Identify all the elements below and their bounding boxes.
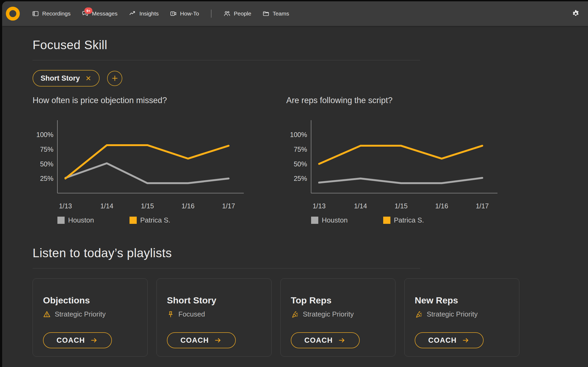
y-tick-label: 50%	[294, 160, 307, 168]
film-icon	[32, 10, 39, 17]
x-tick-label: 1/16	[182, 202, 195, 210]
section-divider	[33, 268, 420, 268]
y-tick-label: 25%	[40, 175, 53, 182]
coach-button-label: COACH	[181, 336, 209, 345]
nav-items: Recordings9+MessagesInsights?How-ToPeopl…	[32, 10, 289, 18]
legend-label: Houston	[68, 216, 94, 224]
nav-item-insights[interactable]: Insights	[129, 10, 159, 17]
card-tag-label: Strategic Priority	[427, 310, 478, 318]
skill-chip-label: Short Story	[41, 74, 80, 83]
coach-button[interactable]: COACH	[415, 332, 484, 348]
legend-swatch	[383, 217, 390, 224]
legend-label: Houston	[322, 216, 348, 224]
card-tag-label: Strategic Priority	[303, 310, 354, 318]
card-tag-label: Focused	[178, 310, 205, 318]
folder-icon	[262, 10, 269, 17]
card-tag: Strategic Priority	[291, 310, 395, 318]
top-navbar: Recordings9+MessagesInsights?How-ToPeopl…	[2, 1, 588, 26]
nav-item-people[interactable]: People	[223, 10, 251, 17]
section-divider	[33, 60, 420, 60]
svg-text:?: ?	[172, 12, 174, 15]
warning-icon	[43, 310, 51, 318]
nav-item-label: Recordings	[42, 10, 70, 17]
chart-price-objection: How often is price objection missed? 25%…	[33, 96, 286, 229]
legend-label: Patrica S.	[394, 216, 424, 224]
playlists-title: Listen to today’s playlists	[33, 246, 588, 260]
nav-item-label: Teams	[273, 10, 289, 17]
card-title: Short Story	[167, 295, 271, 306]
coach-button[interactable]: COACH	[43, 332, 112, 348]
x-tick-label: 1/13	[59, 202, 72, 210]
nav-item-label: Messages	[92, 10, 117, 17]
x-tick-label: 1/17	[476, 202, 489, 210]
chart-title: How often is price objection missed?	[33, 96, 286, 105]
series-line-houston	[65, 163, 229, 183]
arrow-right-icon	[214, 337, 222, 344]
x-tick-label: 1/15	[141, 202, 154, 210]
nav-item-messages[interactable]: 9+Messages	[82, 10, 117, 17]
notification-badge: 9+	[84, 7, 92, 14]
close-icon[interactable]	[85, 75, 92, 81]
settings-button[interactable]	[571, 9, 580, 18]
x-tick-label: 1/15	[395, 202, 408, 210]
x-tick-label: 1/14	[354, 202, 367, 210]
playlist-cards-row: ObjectionsStrategic PriorityCOACHShort S…	[33, 278, 588, 357]
series-line-patrica-s-	[319, 146, 482, 164]
card-tag-label: Strategic Priority	[55, 310, 106, 318]
arrow-right-icon	[461, 337, 470, 344]
series-line-houston	[319, 178, 482, 183]
party-popper-icon	[415, 310, 423, 318]
chart-title: Are reps following the script?	[286, 96, 540, 105]
y-tick-label: 100%	[290, 131, 307, 138]
nav-separator	[211, 10, 211, 18]
charts-row: How often is price objection missed? 25%…	[33, 96, 588, 229]
trend-line-icon	[129, 10, 136, 17]
x-tick-label: 1/13	[313, 202, 326, 210]
add-skill-button[interactable]	[107, 71, 122, 86]
x-tick-label: 1/16	[435, 202, 448, 210]
y-tick-label: 75%	[294, 146, 307, 153]
playlist-card-new-reps: New RepsStrategic PriorityCOACH	[404, 278, 519, 357]
line-chart: 25%50%75%100%1/131/141/151/161/17Houston…	[286, 118, 505, 228]
legend-swatch	[311, 217, 318, 224]
nav-item-teams[interactable]: Teams	[262, 10, 289, 17]
nav-item-recordings[interactable]: Recordings	[32, 10, 70, 17]
legend-swatch	[130, 217, 137, 224]
coach-button[interactable]: COACH	[167, 332, 236, 348]
line-chart: 25%50%75%100%1/131/141/151/161/17Houston…	[33, 118, 252, 228]
coach-button[interactable]: COACH	[291, 332, 360, 348]
focused-skill-title: Focused Skill	[33, 38, 588, 52]
series-line-patrica-s-	[65, 145, 229, 178]
party-popper-icon	[291, 310, 299, 318]
card-tag: Strategic Priority	[43, 310, 147, 318]
card-title: Top Reps	[291, 295, 395, 306]
chart-script-following: Are reps following the script? 25%50%75%…	[286, 96, 540, 229]
arrow-right-icon	[338, 337, 346, 344]
arrow-right-icon	[90, 337, 98, 344]
people-icon	[223, 10, 231, 17]
nav-item-label: How-To	[180, 10, 199, 17]
card-title: Objections	[43, 295, 147, 306]
legend-swatch	[57, 217, 65, 224]
chat-bubbles-icon: 9+	[82, 10, 89, 17]
app-window: Recordings9+MessagesInsights?How-ToPeopl…	[2, 1, 588, 367]
card-title: New Reps	[415, 295, 519, 306]
skill-chip-short-story[interactable]: Short Story	[33, 70, 100, 87]
y-tick-label: 100%	[36, 131, 53, 138]
nav-item-how-to[interactable]: ?How-To	[170, 10, 199, 17]
pin-icon	[167, 311, 174, 318]
coach-button-label: COACH	[428, 336, 457, 345]
app-logo[interactable]	[6, 7, 20, 21]
y-tick-label: 50%	[40, 160, 53, 168]
playlist-card-top-reps: Top RepsStrategic PriorityCOACH	[280, 278, 395, 357]
y-tick-label: 25%	[294, 175, 307, 182]
playlist-card-objections: ObjectionsStrategic PriorityCOACH	[33, 278, 148, 357]
main-content: Focused Skill Short Story How often is p…	[2, 38, 588, 357]
legend-label: Patrica S.	[140, 216, 170, 224]
skill-chip-row: Short Story	[33, 70, 588, 87]
y-tick-label: 75%	[40, 146, 53, 153]
nav-item-label: People	[234, 10, 251, 17]
coach-button-label: COACH	[304, 336, 333, 345]
card-tag: Focused	[167, 310, 271, 318]
nav-item-label: Insights	[139, 10, 159, 17]
